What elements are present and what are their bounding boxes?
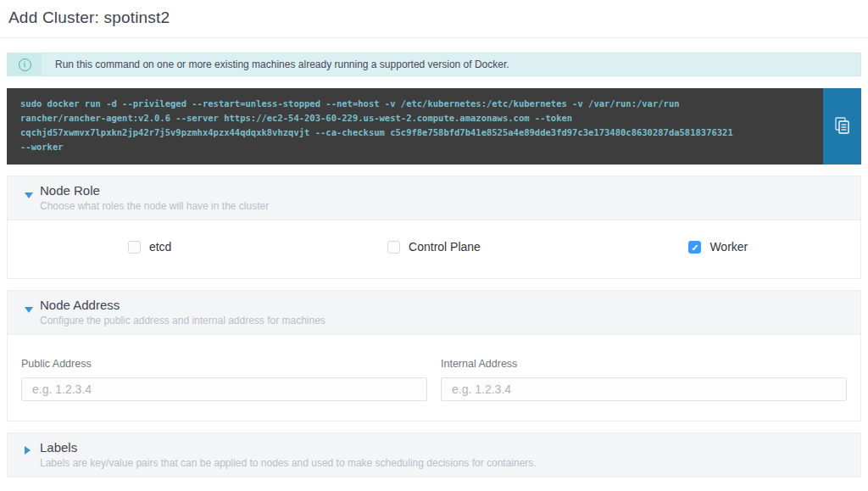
role-option-control-plane: Control Plane: [292, 240, 576, 254]
add-cluster-page: Add Cluster: spotinst2 i Run this comman…: [0, 0, 868, 491]
node-role-options: etcd Control Plane Worker: [8, 220, 860, 278]
page-header: Add Cluster: spotinst2: [0, 0, 868, 37]
command-line: rancher/rancher-agent:v2.0.6 --server ht…: [20, 111, 810, 126]
internal-address-label: Internal Address: [441, 358, 847, 370]
labels-title: Labels: [40, 440, 850, 455]
etcd-checkbox-label: etcd: [149, 240, 171, 254]
public-address-label: Public Address: [21, 358, 427, 370]
control-plane-checkbox[interactable]: [387, 241, 400, 254]
clipboard-icon: [835, 117, 850, 137]
node-address-section: Node Address Configure the public addres…: [7, 290, 861, 421]
node-address-title: Node Address: [40, 298, 850, 312]
public-address-input[interactable]: [21, 377, 427, 401]
docker-command-block: sudo docker run -d --privileged --restar…: [7, 88, 861, 165]
chevron-right-icon: [25, 446, 31, 455]
internal-address-field-group: Internal Address: [441, 358, 847, 401]
header-divider: [0, 37, 868, 38]
node-address-fields: Public Address Internal Address: [8, 335, 860, 421]
public-address-field-group: Public Address: [21, 358, 427, 401]
page-title: Add Cluster: spotinst2: [8, 8, 860, 27]
role-option-worker: Worker: [576, 240, 860, 254]
info-banner-text: Run this command on one or more existing…: [42, 53, 509, 75]
chevron-down-icon: [25, 192, 33, 198]
info-banner: i Run this command on one or more existi…: [7, 53, 861, 76]
node-role-section: Node Role Choose what roles the node wil…: [7, 176, 861, 279]
node-address-section-header[interactable]: Node Address Configure the public addres…: [8, 291, 860, 335]
worker-checkbox-label: Worker: [709, 240, 748, 254]
worker-checkbox[interactable]: [688, 241, 701, 254]
labels-section: Labels Labels are key/value pairs that c…: [7, 432, 861, 477]
labels-section-header[interactable]: Labels Labels are key/value pairs that c…: [8, 433, 860, 477]
command-line: cqchjd57xwmvx7lpxkn2jp42r7j5v9pzmhx4pzx4…: [20, 126, 810, 140]
chevron-down-icon: [25, 307, 33, 313]
role-option-etcd: etcd: [8, 240, 292, 254]
internal-address-input[interactable]: [441, 377, 847, 401]
labels-subtitle: Labels are key/value pairs that can be a…: [40, 457, 850, 469]
command-line: sudo docker run -d --privileged --restar…: [20, 97, 810, 111]
node-role-title: Node Role: [40, 183, 850, 198]
info-circle-icon: i: [19, 59, 31, 71]
command-line: --worker: [20, 140, 810, 154]
node-address-subtitle: Configure the public address and interna…: [40, 315, 850, 326]
etcd-checkbox[interactable]: [128, 241, 141, 254]
control-plane-checkbox-label: Control Plane: [409, 240, 481, 254]
copy-command-button[interactable]: [823, 88, 861, 165]
node-role-subtitle: Choose what roles the node will have in …: [40, 200, 850, 212]
node-role-section-header[interactable]: Node Role Choose what roles the node wil…: [8, 176, 860, 220]
info-banner-icon-cell: i: [8, 53, 42, 75]
docker-command-text: sudo docker run -d --privileged --restar…: [7, 88, 823, 165]
